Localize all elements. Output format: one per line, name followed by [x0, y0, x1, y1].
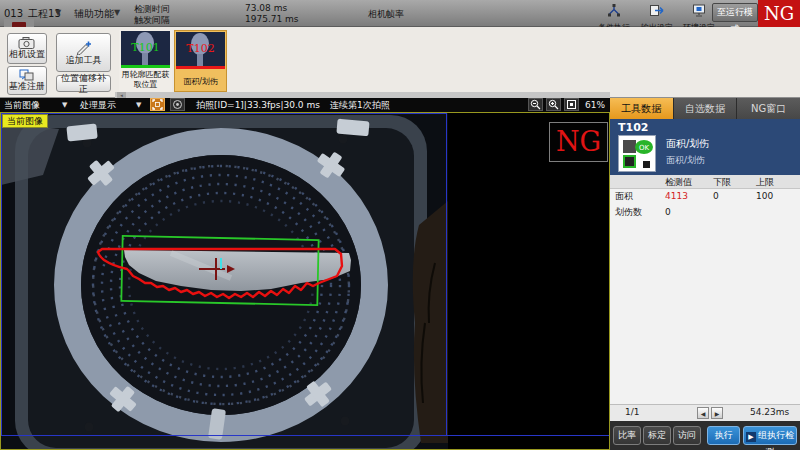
title-bar: 013_工程13 ▼ 辅助功能 ▼ 检测时间 触发间隔 73.08 ms 197… — [0, 0, 800, 27]
calibrate-button[interactable]: 标定 — [643, 426, 671, 445]
display-mode-caret-icon[interactable]: ▼ — [136, 101, 141, 109]
tool-id: T102 — [618, 121, 648, 134]
zoom-in-button[interactable] — [546, 98, 561, 111]
aux-caret-icon[interactable]: ▼ — [114, 8, 120, 17]
tab-ng-window[interactable]: NG窗口 — [737, 98, 800, 119]
area-scratch-tool-icon: OK — [618, 135, 656, 172]
project-caret-icon[interactable]: ▼ — [55, 8, 61, 17]
t101-status-bar — [121, 65, 170, 68]
table-row-area[interactable]: 面积 4113 0 100 — [610, 189, 800, 204]
add-tool-button[interactable]: 追加工具 — [56, 33, 111, 72]
pager-bar: 1/1 ◀ ▶ 54.23ms — [610, 404, 800, 421]
page-next-button[interactable]: ▶ — [711, 407, 723, 419]
ratio-button[interactable]: 比率 — [613, 426, 641, 445]
image-viewport[interactable]: 当前图像 NG — [0, 112, 610, 450]
page-indicator: 1/1 — [625, 407, 639, 417]
roi-display-toggle-icon[interactable] — [150, 98, 165, 111]
t102-caption: 面积/划伤 — [175, 77, 226, 87]
camera-fps-label: 相机帧率 — [368, 8, 404, 21]
reference-register-button[interactable]: 基准注册 — [7, 66, 47, 95]
tool-thumbnail-t101[interactable]: T101 用轮廓匹配获取位置 — [119, 30, 172, 92]
position-offset-button[interactable]: 位置偏移补正 — [56, 75, 111, 92]
zoom-out-button[interactable] — [528, 98, 543, 111]
svg-text:OK: OK — [639, 144, 650, 152]
fit-view-button[interactable] — [564, 98, 579, 111]
camera-settings-button[interactable]: 相机设置 — [7, 33, 47, 64]
execute-button[interactable]: 执行 — [707, 426, 740, 445]
capture-info: 拍照[ID=1]|33.3fps|30.0 ms — [196, 99, 320, 111]
result-table-header: 检测值 下限 上限 — [610, 175, 800, 189]
run-mode-button[interactable]: 至运行模式 — [712, 3, 758, 22]
camera-frame-bottom-line — [1, 435, 609, 436]
image-source-caret-icon[interactable]: ▼ — [62, 101, 67, 109]
image-toolbar: 当前图像 ▼ 处理显示 ▼ 拍照[ID=1]|33.3fps|30.0 ms 连… — [0, 98, 610, 112]
tool-title: 面积/划伤 — [666, 137, 709, 151]
tab-tool-data[interactable]: 工具数据 — [610, 98, 674, 119]
result-overlay-badge: NG — [549, 122, 608, 162]
detect-time-value: 73.08 ms — [245, 3, 287, 13]
group-execute-button[interactable]: ▶组执行检测 — [743, 426, 797, 445]
image-window-label[interactable]: 当前图像 — [2, 114, 48, 128]
camera-icon — [18, 37, 36, 49]
branch-flow-icon — [606, 4, 622, 17]
zoom-level: 61% — [585, 99, 605, 111]
monitor-icon — [691, 4, 707, 17]
area-value: 4113 — [665, 189, 688, 204]
global-status-badge: NG — [758, 0, 800, 27]
trigger-interval-label: 触发间隔 — [134, 14, 170, 27]
tool-thumbnail-t102[interactable]: T102 面积/划伤 — [174, 30, 227, 92]
panel-footer: 比率 标定 访问 执行 ▶组执行检测 — [610, 421, 800, 450]
register-icon — [19, 69, 35, 81]
panel-tabs: 工具数据 自选数据 NG窗口 — [610, 98, 800, 119]
t101-caption: 用轮廓匹配获取位置 — [119, 70, 172, 89]
scratch-count-value: 0 — [665, 205, 671, 220]
t101-id-label: T101 — [121, 41, 170, 54]
camera-image — [1, 113, 448, 449]
operator-hand — [413, 201, 448, 443]
trigger-interval-value: 1975.71 ms — [245, 14, 299, 24]
t102-thumbnail: T102 — [176, 32, 225, 69]
cycle-time: 54.23ms — [750, 407, 789, 417]
tool-subtitle: 面积/划伤 — [666, 154, 705, 167]
tab-custom-data[interactable]: 自选数据 — [674, 98, 738, 119]
capture-status: 连续第1次拍照 — [330, 99, 390, 111]
play-icon: ▶ — [746, 432, 756, 442]
add-tool-icon — [75, 39, 93, 55]
t102-status-bar — [176, 66, 225, 69]
tool-header: T102 OK 面积/划伤 面积/划伤 — [610, 119, 800, 175]
export-arrow-icon — [649, 4, 665, 17]
page-prev-button[interactable]: ◀ — [697, 407, 709, 419]
access-button[interactable]: 访问 — [673, 426, 701, 445]
tool-strip: 相机设置 基准注册 追加工具 位置偏移补正 T101 用轮廓匹配获取位置 — [0, 27, 800, 98]
t101-thumbnail: T101 — [121, 31, 170, 68]
aux-menu[interactable]: 辅助功能 — [74, 7, 114, 21]
live-view-icon[interactable] — [170, 98, 185, 111]
table-row-scratch-count[interactable]: 划伤数 0 — [610, 205, 800, 220]
data-panel: 工具数据 自选数据 NG窗口 T102 OK 面积/划伤 面积/划伤 检测值 下… — [610, 98, 800, 450]
image-source-select[interactable]: 当前图像 — [4, 99, 40, 111]
t102-id-label: T102 — [176, 42, 225, 55]
display-mode-select[interactable]: 处理显示 — [80, 99, 116, 111]
